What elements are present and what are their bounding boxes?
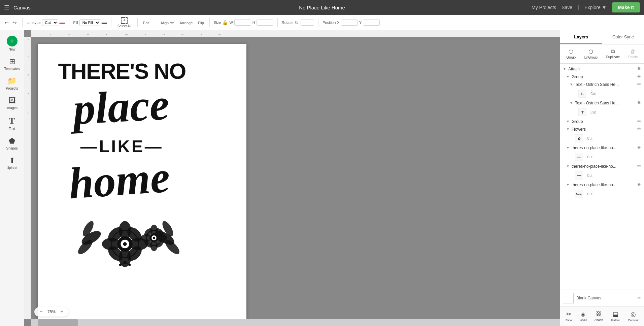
eye-icon[interactable]: 👁 [637, 66, 641, 71]
contour-button[interactable]: ◎ Contour [626, 309, 640, 323]
layer-flowers[interactable]: ▼ Flowers 👁 [560, 125, 644, 133]
eye-slash-icon[interactable]: 👁 [637, 296, 641, 300]
y-input[interactable] [363, 20, 380, 26]
save-button[interactable]: Save [562, 5, 572, 10]
tab-layers[interactable]: Layers [560, 30, 602, 44]
position-label: Position [323, 21, 336, 25]
project-title: No Place Like Home [299, 5, 345, 10]
sidebar-item-shapes-label: Shapes [6, 146, 18, 150]
x-label: X [337, 21, 339, 25]
undo-redo-group: ↩ ↪ [3, 19, 18, 27]
linetype-label: Linetype [27, 21, 41, 25]
layer-path-1[interactable]: ▼ theres-no-place-like-ho... 👁 [560, 144, 644, 152]
arrange-label: Arrange [179, 21, 193, 25]
cut-label-2: Cut [590, 110, 596, 114]
make-it-button[interactable]: Make It [612, 2, 640, 12]
layer-text-2-preview: T Cut [560, 107, 644, 118]
sidebar-item-shapes[interactable]: ⬟ Shapes [1, 134, 23, 153]
layer-text-2[interactable]: ▼ Text - Ostrich Sans He... 👁 [560, 99, 644, 107]
flatten-icon: ⬓ [613, 311, 618, 318]
group-button[interactable]: ⬡ Group [564, 47, 578, 61]
tab-color-sync[interactable]: Color Sync [602, 30, 644, 44]
attach-button[interactable]: ⛓ Attach [593, 309, 605, 323]
linetype-select[interactable]: Cut [42, 19, 58, 26]
width-input[interactable] [234, 20, 251, 26]
ruler-left: 2 4 6 8 10 [24, 37, 31, 319]
slice-label: Slice [566, 319, 572, 322]
weld-button[interactable]: ◈ Weld [578, 309, 588, 323]
x-input[interactable] [341, 20, 358, 26]
eye-icon[interactable]: 👁 [637, 100, 641, 105]
svg-point-27 [153, 237, 155, 239]
edit-label: Edit [143, 21, 149, 25]
separator: | [578, 4, 579, 10]
height-input[interactable] [257, 20, 273, 26]
scrollbar-horizontal[interactable] [31, 319, 560, 326]
ruler-top: 0 2 4 6 8 10 12 14 16 18 20 [31, 30, 560, 37]
duplicate-button[interactable]: ⧉ Duplicate [603, 47, 623, 61]
eye-icon[interactable]: 👁 [637, 74, 641, 79]
rotate-input[interactable] [301, 20, 314, 26]
text-preview-L: L [578, 90, 586, 98]
eye-icon[interactable]: 👁 [637, 145, 641, 150]
zoom-in-button[interactable]: + [59, 308, 65, 315]
eye-icon[interactable]: 👁 [637, 164, 641, 169]
eye-icon[interactable]: 👁 [637, 119, 641, 124]
flatten-button[interactable]: ⬓ Flatten [610, 309, 622, 323]
slice-button[interactable]: ✂ Slice [564, 309, 574, 323]
slice-icon: ✂ [566, 311, 571, 318]
menu-button[interactable]: ☰ [4, 4, 9, 11]
eye-icon[interactable]: 👁 [637, 182, 641, 187]
arrange-button[interactable]: Arrange [178, 19, 194, 27]
canvas-area[interactable]: 0 2 4 6 8 10 12 14 16 18 20 2 4 6 8 10 [24, 30, 560, 326]
canvas-surface[interactable]: THERE'S NO place —LIKE— home [31, 37, 560, 319]
zoom-out-button[interactable]: − [38, 308, 44, 315]
sidebar-item-text[interactable]: T Text [1, 113, 23, 133]
sidebar-item-upload[interactable]: ⬆ Upload [1, 154, 23, 172]
ungroup-button[interactable]: ⬡ UnGroup [581, 47, 601, 61]
delete-label: Delete [628, 55, 638, 59]
white-canvas[interactable]: THERE'S NO place —LIKE— home [38, 44, 246, 320]
path-preview-home: home [575, 190, 583, 198]
text-icon: T [9, 116, 15, 126]
layer-attach-label: Attach [568, 67, 636, 71]
path-preview-2: — [575, 171, 583, 180]
sidebar-item-images[interactable]: 🖼 Images [1, 94, 23, 112]
my-projects-button[interactable]: My Projects [532, 5, 556, 10]
upload-icon: ⬆ [9, 156, 15, 165]
group-icon: ⬡ [569, 48, 573, 55]
eye-icon[interactable]: 👁 [637, 82, 641, 87]
layer-path-3[interactable]: ▼ theres-no-place-like-ho... 👁 [560, 181, 644, 189]
sidebar-item-new[interactable]: + New [1, 33, 23, 54]
divider-8 [318, 18, 318, 27]
fill-select[interactable]: No Fill [79, 19, 100, 26]
undo-button[interactable]: ↩ [3, 19, 10, 27]
explore-button[interactable]: Explore ▼ [584, 5, 606, 10]
align-label: Align [161, 21, 169, 25]
divider-3 [111, 18, 111, 27]
flip-button[interactable]: Flip [197, 19, 205, 27]
panel-tabs: Layers Color Sync [560, 30, 644, 44]
layer-group-1[interactable]: ▼ Group 👁 [560, 73, 644, 80]
flatten-label: Flatten [611, 319, 620, 322]
eye-icon[interactable]: 👁 [637, 127, 641, 132]
scroll-thumb-h[interactable] [38, 319, 78, 326]
rotate-label: Rotate [282, 21, 293, 25]
chevron-icon: ▼ [566, 75, 570, 78]
sidebar-item-projects[interactable]: 📁 Projects [1, 74, 23, 93]
sidebar-item-upload-label: Upload [7, 166, 18, 170]
select-all-button[interactable]: ✛ Select All [115, 17, 133, 29]
redo-button[interactable]: ↪ [11, 19, 18, 27]
delete-button[interactable]: 🗑 Delete [625, 47, 641, 61]
layers-panel[interactable]: ▼ Attach 👁 ▼ Group 👁 ▼ Text - Ostrich Sa… [560, 64, 644, 290]
topbar-right: My Projects Save | Explore ▼ Make It [532, 2, 640, 12]
layer-text-1[interactable]: ▼ Text - Ostrich Sans He... 👁 [560, 80, 644, 88]
sidebar-item-templates[interactable]: ⊞ Templates [1, 55, 23, 73]
layer-path-2-label: theres-no-place-like-ho... [572, 164, 636, 169]
blank-canvas-label: Blank Canvas [576, 296, 601, 300]
layer-path-2[interactable]: ▼ theres-no-place-like-ho... 👁 [560, 162, 644, 170]
layer-attach[interactable]: ▼ Attach 👁 [560, 65, 644, 73]
align-button[interactable]: Align ⇔ [159, 19, 175, 27]
edit-button[interactable]: Edit [142, 19, 151, 27]
layer-group-2[interactable]: ▼ Group 👁 [560, 118, 644, 125]
